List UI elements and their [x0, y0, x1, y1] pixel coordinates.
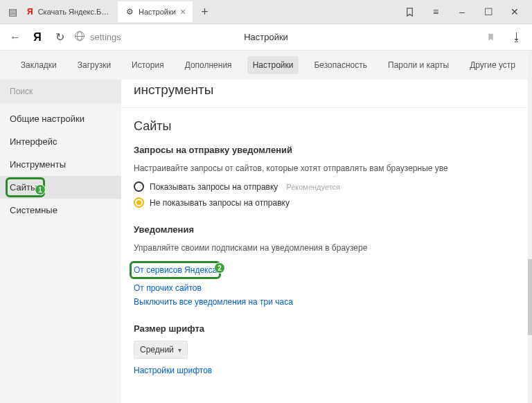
notifications-desc: Управляйте своими подписками на уведомле… [134, 242, 528, 254]
main-area: Поиск Общие настройки Интерфейс Инструме… [0, 80, 532, 403]
topnav-devices[interactable]: Другие устр [464, 56, 521, 74]
panels-icon[interactable]: ▤ [7, 6, 18, 17]
reload-button[interactable]: ↻ [53, 30, 66, 44]
sidebar-item-system[interactable]: Системные [0, 199, 121, 222]
link-font-settings[interactable]: Настройки шрифтов [134, 366, 528, 375]
yandex-home-button[interactable]: Я [30, 30, 44, 44]
radio-label: Не показывать запросы на отправку [150, 198, 290, 208]
tab-label: Скачать Яндекс.Браузер д [38, 8, 109, 16]
topnav-bookmarks[interactable]: Закладки [15, 56, 62, 74]
notif-requests-desc: Настраивайте запросы от сайтов, которые … [134, 162, 528, 174]
topnav-history[interactable]: История [126, 56, 170, 74]
chevron-down-icon: ▾ [178, 346, 181, 354]
topnav-security[interactable]: Безопасность [308, 56, 373, 74]
close-tab-icon[interactable]: × [180, 6, 186, 17]
bookmark-icon[interactable] [402, 5, 416, 19]
font-size-title: Размер шрифта [134, 323, 528, 334]
annotation-badge-1: 1 [35, 184, 46, 195]
font-size-select[interactable]: Средний ▾ [134, 341, 188, 359]
content-area: Закладки Загрузки История Дополнения Нас… [0, 51, 532, 403]
url-field[interactable]: settings [75, 31, 121, 44]
vertical-scrollbar[interactable] [528, 51, 532, 403]
tab-label: Настройки [139, 8, 176, 16]
radio-label: Показывать запросы на отправку [150, 182, 278, 192]
sidebar-item-general[interactable]: Общие настройки [0, 107, 121, 130]
addressbar: ← Я ↻ settings Настройки ⭳ [0, 24, 532, 51]
settings-sidebar: Поиск Общие настройки Интерфейс Инструме… [0, 80, 121, 403]
topnav-settings[interactable]: Настройки [247, 56, 299, 74]
menu-icon[interactable]: ≡ [429, 5, 443, 19]
maximize-button[interactable]: ☐ [481, 5, 495, 19]
scrollbar-thumb[interactable] [528, 259, 532, 335]
sidebar-search[interactable]: Поиск [0, 80, 121, 103]
radio-unchecked-icon [134, 181, 144, 192]
sidebar-item-tools[interactable]: Инструменты [0, 153, 121, 176]
settings-panel: инструменты Сайты Запросы на отправку ув… [121, 80, 528, 403]
top-nav: Закладки Загрузки История Дополнения Нас… [0, 51, 532, 80]
new-tab-button[interactable]: + [194, 5, 215, 19]
radio-hide-requests[interactable]: Не показывать запросы на отправку [134, 197, 528, 208]
link-disable-3h[interactable]: Выключить все уведомления на три часа [134, 297, 528, 307]
notif-requests-title: Запросы на отправку уведомлений [134, 145, 528, 155]
close-window-button[interactable]: ✕ [508, 5, 522, 19]
topnav-passwords[interactable]: Пароли и карты [382, 56, 454, 74]
prev-section-heading: инструменты [134, 82, 515, 98]
link-other-sites[interactable]: От прочих сайтов [134, 283, 528, 293]
page-title: Настройки [244, 32, 288, 42]
radio-show-requests[interactable]: Показывать запросы на отправку Рекоменду… [134, 181, 528, 192]
sidebar-item-interface[interactable]: Интерфейс [0, 130, 121, 153]
bookmark-page-icon[interactable] [484, 30, 497, 44]
recommended-tag: Рекомендуется [286, 183, 340, 191]
url-text: settings [90, 32, 121, 42]
minimize-button[interactable]: – [455, 5, 469, 19]
titlebar: ▤ Я Скачать Яндекс.Браузер д ⚙ Настройки… [0, 0, 532, 24]
annotation-badge-2: 2 [214, 262, 225, 274]
radio-checked-icon [134, 197, 144, 208]
sidebar-item-label: Сайты [10, 182, 37, 192]
topnav-downloads[interactable]: Загрузки [72, 56, 116, 74]
downloads-icon[interactable]: ⭳ [510, 30, 524, 44]
tab-yandex-download[interactable]: Я Скачать Яндекс.Браузер д [19, 1, 116, 22]
gear-icon: ⚙ [125, 7, 134, 17]
yandex-favicon: Я [26, 7, 34, 17]
browser-window: ▤ Я Скачать Яндекс.Браузер д ⚙ Настройки… [0, 0, 532, 403]
globe-icon [75, 31, 85, 44]
back-button[interactable]: ← [8, 30, 22, 44]
select-value: Средний [140, 345, 174, 355]
tab-settings[interactable]: ⚙ Настройки × [118, 1, 193, 22]
sites-heading: Сайты [134, 119, 528, 134]
sidebar-item-sites[interactable]: Сайты 1 [0, 176, 121, 199]
topnav-addons[interactable]: Дополнения [179, 56, 238, 74]
link-yandex-services[interactable]: От сервисов Яндекса [134, 265, 217, 275]
notifications-title: Уведомления [134, 224, 528, 235]
